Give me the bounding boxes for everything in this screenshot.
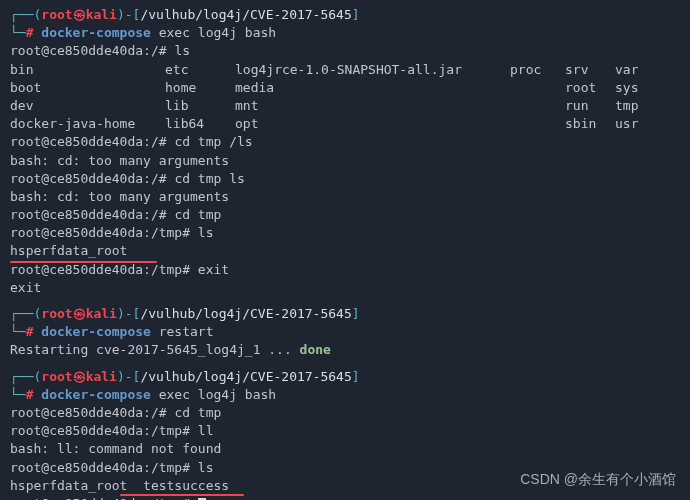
ls-output-highlight: hsperfdata_root xyxy=(10,242,680,260)
shell-line: root@ce850dde40da:/# cd tmp xyxy=(10,206,680,224)
ls-row-4: docker-java-homelib64optsbinusr xyxy=(10,115,680,133)
cmd-line-1[interactable]: └─# docker-compose exec log4j bash xyxy=(10,24,680,42)
prompt-line-1: ┌──(root㉿kali)-[/vulhub/log4j/CVE-2017-5… xyxy=(10,6,680,24)
shell-line: root@ce850dde40da:/# cd tmp ls xyxy=(10,170,680,188)
watermark: CSDN @余生有个小酒馆 xyxy=(520,470,676,490)
active-prompt[interactable]: root@ce850dde40da:/tmp# xyxy=(10,495,680,500)
ls-row-3: devlibmntruntmp xyxy=(10,97,680,115)
shell-line: root@ce850dde40da:/tmp# ls xyxy=(10,224,680,242)
ls-row-1: binetclog4jrce-1.0-SNAPSHOT-all.jarprocs… xyxy=(10,61,680,79)
prompt-line-2: ┌──(root㉿kali)-[/vulhub/log4j/CVE-2017-5… xyxy=(10,305,680,323)
restart-output: Restarting cve-2017-5645_log4j_1 ... don… xyxy=(10,341,680,359)
shell-line: root@ce850dde40da:/# ls xyxy=(10,42,680,60)
shell-line: root@ce850dde40da:/tmp# ll xyxy=(10,422,680,440)
ls-row-2: boothomemediarootsys xyxy=(10,79,680,97)
exit-output: exit xyxy=(10,279,680,297)
cmd-line-3[interactable]: └─# docker-compose exec log4j bash xyxy=(10,386,680,404)
shell-line: root@ce850dde40da:/tmp# exit xyxy=(10,261,680,279)
prompt-line-3: ┌──(root㉿kali)-[/vulhub/log4j/CVE-2017-5… xyxy=(10,368,680,386)
shell-error: bash: cd: too many arguments xyxy=(10,188,680,206)
shell-error: bash: ll: command not found xyxy=(10,440,680,458)
shell-line: root@ce850dde40da:/# cd tmp xyxy=(10,404,680,422)
shell-error: bash: cd: too many arguments xyxy=(10,152,680,170)
cmd-line-2[interactable]: └─# docker-compose restart xyxy=(10,323,680,341)
shell-line: root@ce850dde40da:/# cd tmp /ls xyxy=(10,133,680,151)
